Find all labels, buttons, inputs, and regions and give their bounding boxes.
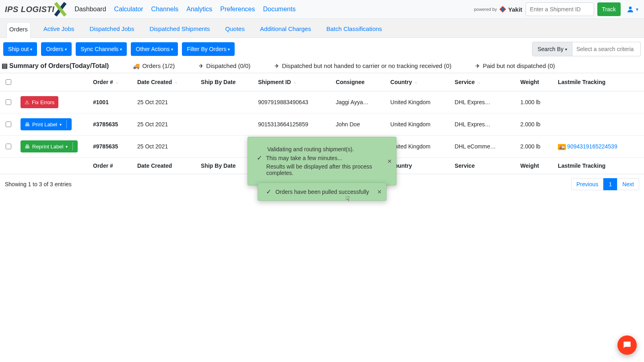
partner-logo: Yakit — [499, 5, 522, 13]
ship-out-button[interactable]: Ship out ▾ — [3, 42, 37, 56]
chevron-down-icon: ▾ — [565, 47, 567, 51]
chevron-down-icon: ▾ — [66, 144, 68, 149]
other-actions-button[interactable]: Other Actions ▾ — [131, 42, 178, 56]
nav-channels[interactable]: Channels — [151, 6, 179, 13]
nav-dashboard[interactable]: Dashboard — [74, 6, 106, 13]
check-icon: ✓ — [257, 154, 262, 162]
tab-additional-charges[interactable]: Additional Charges — [258, 22, 314, 37]
cell-date: 25 Oct 2021 — [133, 91, 197, 113]
nav-documents[interactable]: Documents — [263, 6, 296, 13]
cell-consignee: Jaggi Ayya… — [332, 91, 386, 113]
col-ship-by[interactable]: Ship By Date — [197, 73, 254, 91]
tab-quotes[interactable]: Quotes — [223, 22, 247, 37]
cell-shipby — [197, 136, 254, 158]
tab-dispatched-shipments[interactable]: Dispatched Shipments — [147, 22, 212, 37]
brand-x-icon — [54, 2, 67, 16]
row-checkbox[interactable] — [6, 121, 11, 127]
chevron-down-icon: ▾ — [171, 47, 173, 51]
nav-preferences[interactable]: Preferences — [220, 6, 255, 13]
col-tracking[interactable]: Lastmile Tracking — [554, 73, 644, 91]
summary-title: ▤ Summary of Orders(Today/Total) — [2, 62, 109, 70]
tab-orders[interactable]: Orders — [6, 22, 31, 38]
nav-analytics[interactable]: Analytics — [186, 6, 212, 13]
cell-service: DHL eComme… — [451, 136, 516, 158]
foot-service: Service — [451, 158, 516, 174]
list-icon: ▤ — [2, 62, 8, 70]
row-action-icon: ⚠ — [25, 99, 29, 105]
track-button[interactable]: Track — [597, 2, 621, 16]
page-next[interactable]: Next — [617, 178, 639, 190]
col-date-created[interactable]: Date Created↑↓ — [133, 73, 197, 91]
tracking-link[interactable]: 9094319165224539 — [567, 143, 617, 150]
powered-by: powered by Yakit — [474, 5, 522, 13]
col-weight[interactable]: Weight — [516, 73, 554, 91]
toast-close[interactable]: ✕ — [387, 158, 392, 165]
cell-weight: 1.000 lb — [516, 91, 554, 113]
row-action-icon: 🖶 — [25, 144, 30, 150]
row-action-button[interactable]: 🖶Reprint Label▾ — [21, 140, 78, 152]
action-toolbar: Ship out ▾ Orders ▾ Sync Channels ▾ Othe… — [0, 38, 644, 60]
truck-icon: 🚚 — [133, 63, 140, 69]
nav-calculator[interactable]: Calculator — [114, 6, 143, 13]
select-all-checkbox[interactable] — [6, 79, 11, 85]
chevron-down-icon: ▾ — [60, 122, 62, 127]
cell-service: DHL Expres… — [451, 91, 516, 113]
cell-service: DHL Expres… — [451, 113, 516, 136]
tab-dispatched-jobs[interactable]: Dispatched Jobs — [87, 22, 137, 37]
foot-weight: Weight — [516, 158, 554, 174]
tab-active-jobs[interactable]: Active Jobs — [41, 22, 77, 37]
row-checkbox[interactable] — [6, 99, 11, 105]
col-service[interactable]: Service↑↓ — [451, 73, 516, 91]
summary-dispatched: ✈ Dispatched (0/0) — [199, 62, 250, 69]
toast-validating: Validating and routing shipment(s). ✓Thi… — [248, 137, 396, 185]
brand-name: IPS LOGISTI — [5, 5, 54, 14]
topbar: IPS LOGISTI Dashboard Calculator Channel… — [0, 0, 644, 19]
orders-button[interactable]: Orders ▾ — [41, 42, 72, 56]
yakit-diamond-icon — [499, 5, 507, 13]
cell-order: #9785635 — [89, 136, 133, 158]
foot-date: Date Created — [133, 158, 197, 174]
summary-orders-text: Orders (1/2) — [142, 62, 175, 69]
cell-tracking: 🚛9094319165224539 — [554, 136, 644, 158]
summary-dispatched-nh-text: Dispatched but not handed to carrier or … — [282, 62, 451, 69]
foot-order: Order # — [89, 158, 133, 174]
tab-batch-classifications[interactable]: Batch Classifications — [324, 22, 384, 37]
table-row: 🖶Print Label▾#378563525 Oct 202190153136… — [0, 113, 644, 136]
user-menu[interactable]: ▼ — [626, 5, 639, 13]
chevron-down-icon: ▼ — [635, 7, 639, 12]
summary-title-text: Summary of Orders(Today/Total) — [9, 62, 109, 70]
toast-close[interactable]: ✕ — [377, 189, 382, 195]
search-by-dropdown[interactable]: Search By ▾ — [532, 42, 572, 56]
brand-logo[interactable]: IPS LOGISTI — [5, 2, 67, 16]
search-criteria-input[interactable] — [572, 42, 641, 56]
tracking-badge-icon: 🚛 — [558, 144, 566, 150]
cell-order: #3785635 — [89, 113, 133, 136]
row-action-button[interactable]: 🖶Print Label▾ — [21, 118, 72, 130]
cell-consignee: John Doe — [332, 113, 386, 136]
cell-shipby — [197, 113, 254, 136]
page-1[interactable]: 1 — [603, 178, 617, 190]
row-action-label: Reprint Label — [32, 144, 63, 150]
cell-tracking — [554, 91, 644, 113]
cell-date: 25 Oct 2021 — [133, 113, 197, 136]
toast-pulled: ✓ Orders have been pulled successfully ✕ — [258, 183, 386, 194]
cell-tracking — [554, 113, 644, 136]
check-icon: ✓ — [266, 188, 271, 194]
cell-country: United Kingdom — [386, 113, 451, 136]
shipment-id-input[interactable] — [526, 2, 594, 16]
filter-by-orders-button[interactable]: Filter By Orders ▾ — [182, 42, 235, 56]
col-consignee[interactable]: Consignee — [332, 73, 386, 91]
page-previous[interactable]: Previous — [571, 178, 603, 190]
sort-icon: ↑↓ — [477, 80, 479, 85]
row-action-button[interactable]: ⚠Fix Errors — [21, 96, 58, 108]
col-country[interactable]: Country↑↓ — [386, 73, 451, 91]
row-action-label: Print Label — [32, 121, 57, 128]
sync-channels-button[interactable]: Sync Channels ▾ — [76, 42, 127, 56]
showing-text: Showing 1 to 3 of 3 entries — [5, 181, 72, 187]
powered-label: powered by — [474, 7, 497, 12]
chevron-down-icon: ▾ — [120, 47, 122, 51]
sort-icon: ↑↓ — [414, 80, 417, 85]
col-order[interactable]: Order #↑↓ — [89, 73, 133, 91]
row-checkbox[interactable] — [6, 144, 11, 149]
col-shipment-id[interactable]: Shipment ID↑↓ — [254, 73, 332, 91]
